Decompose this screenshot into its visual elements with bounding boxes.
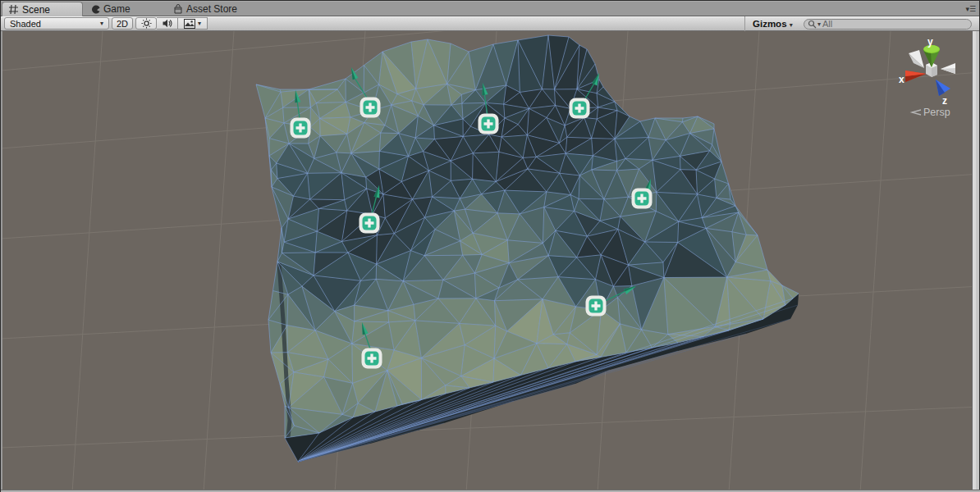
svg-text:y: y: [927, 36, 933, 48]
svg-text:z: z: [942, 95, 947, 107]
svg-text:Persp: Persp: [923, 107, 950, 118]
svg-text:x: x: [899, 74, 904, 85]
